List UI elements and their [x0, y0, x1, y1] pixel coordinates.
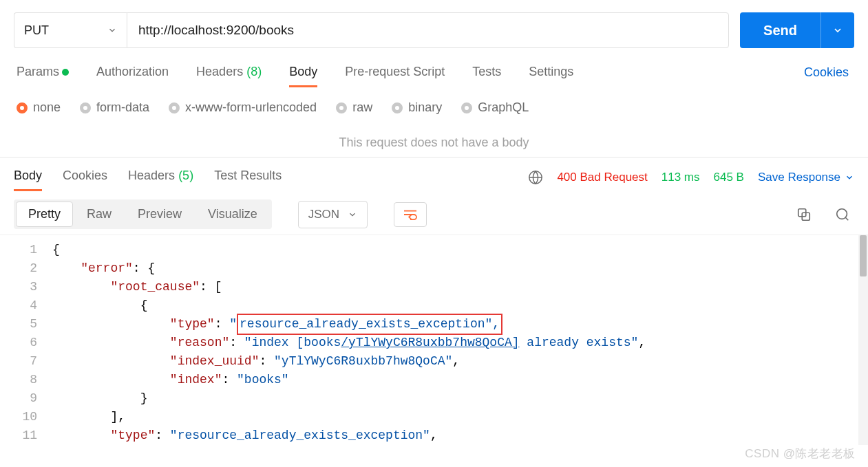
size-text: 645 B: [714, 171, 744, 184]
tab-settings[interactable]: Settings: [529, 59, 573, 86]
scrollbar[interactable]: [858, 235, 868, 445]
globe-icon[interactable]: [528, 170, 543, 185]
search-button[interactable]: [831, 203, 854, 226]
resp-tab-headers[interactable]: Headers (5): [128, 164, 193, 190]
search-icon: [835, 207, 850, 222]
dot-icon: [62, 69, 69, 76]
time-text: 113 ms: [661, 171, 700, 184]
tab-params[interactable]: Params: [17, 59, 69, 86]
resp-tab-body[interactable]: Body: [14, 164, 42, 190]
view-mode-group: Pretty Raw Preview Visualize: [14, 199, 272, 229]
radio-icon: [461, 102, 472, 113]
send-dropdown-button[interactable]: [821, 12, 854, 48]
watermark: CSDN @陈老老老板: [745, 446, 856, 461]
view-preview[interactable]: Preview: [125, 202, 194, 227]
tab-authorization[interactable]: Authorization: [96, 59, 169, 86]
chevron-down-icon: [832, 25, 843, 36]
no-body-message: This request does not have a body: [0, 120, 868, 154]
response-body[interactable]: 1234567891011 { "error": { "root_cause":…: [0, 235, 868, 445]
svg-line-5: [845, 217, 848, 220]
url-input[interactable]: [127, 12, 729, 48]
resp-tab-cookies[interactable]: Cookies: [63, 164, 107, 190]
code-content: { "error": { "root_cause": [ { "type": "…: [51, 235, 646, 445]
line-gutter: 1234567891011: [0, 235, 51, 445]
chevron-down-icon: [348, 210, 357, 219]
method-select[interactable]: PUT: [14, 12, 127, 48]
radio-binary[interactable]: binary: [392, 100, 442, 115]
status-text: 400 Bad Request: [557, 171, 647, 184]
resp-tab-test-results[interactable]: Test Results: [214, 164, 282, 190]
svg-point-4: [837, 208, 847, 219]
view-visualize[interactable]: Visualize: [195, 202, 270, 227]
tab-tests[interactable]: Tests: [472, 59, 501, 86]
copy-icon: [796, 207, 812, 222]
radio-icon: [80, 102, 91, 113]
view-pretty[interactable]: Pretty: [16, 202, 73, 227]
wrap-icon: [403, 208, 418, 221]
chevron-down-icon: [107, 25, 117, 35]
scrollbar-thumb[interactable]: [860, 235, 867, 276]
lang-select[interactable]: JSON: [298, 201, 368, 228]
radio-icon: [169, 102, 180, 113]
save-response-button[interactable]: Save Response: [758, 171, 854, 184]
radio-graphql[interactable]: GraphQL: [461, 100, 529, 115]
cookies-link[interactable]: Cookies: [804, 65, 849, 80]
wrap-lines-button[interactable]: [394, 202, 427, 227]
radio-icon: [17, 102, 28, 113]
tab-headers[interactable]: Headers (8): [196, 59, 262, 86]
radio-form-data[interactable]: form-data: [80, 100, 149, 115]
method-value: PUT: [24, 23, 49, 38]
radio-icon: [336, 102, 347, 113]
radio-none[interactable]: none: [17, 100, 61, 115]
radio-raw[interactable]: raw: [336, 100, 372, 115]
copy-button[interactable]: [792, 203, 816, 226]
view-raw[interactable]: Raw: [74, 202, 124, 227]
radio-x-www-form-urlencoded[interactable]: x-www-form-urlencoded: [169, 100, 317, 115]
tab-body[interactable]: Body: [289, 59, 317, 86]
highlighted-error-type: resource_already_exists_exception",: [237, 314, 502, 335]
tab-prerequest[interactable]: Pre-request Script: [345, 59, 445, 86]
radio-icon: [392, 102, 403, 113]
send-button[interactable]: Send: [740, 12, 821, 48]
